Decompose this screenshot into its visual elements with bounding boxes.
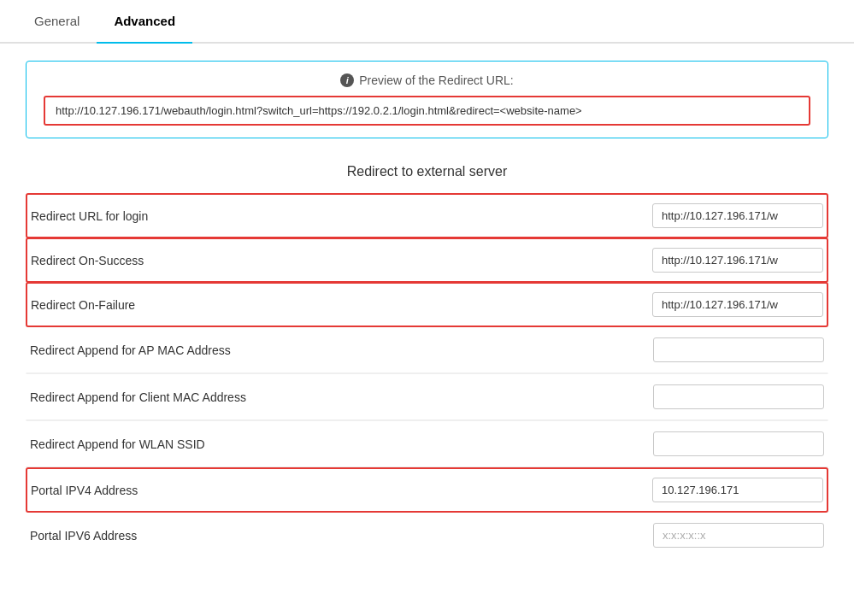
info-icon: i	[340, 73, 354, 87]
field-input-redirect-on-failure[interactable]	[652, 292, 823, 317]
field-input-redirect-append-ap-mac[interactable]	[653, 337, 824, 362]
form-row-redirect-append-wlan-ssid: Redirect Append for WLAN SSID	[26, 420, 828, 467]
field-input-portal-ipv6-address[interactable]	[653, 523, 824, 548]
field-label-portal-ipv6-address: Portal IPV6 Address	[30, 529, 286, 543]
field-label-portal-ipv4-address: Portal IPV4 Address	[31, 484, 287, 497]
form-row-portal-ipv4-address: Portal IPV4 Address	[26, 467, 828, 513]
form-row-redirect-append-ap-mac: Redirect Append for AP MAC Address	[26, 326, 828, 373]
field-input-redirect-append-client-mac[interactable]	[653, 384, 824, 409]
tab-general-label: General	[34, 14, 80, 28]
field-input-portal-ipv4-address[interactable]	[652, 478, 823, 502]
field-label-redirect-append-wlan-ssid: Redirect Append for WLAN SSID	[30, 437, 286, 451]
form-row-redirect-on-failure: Redirect On-Failure	[26, 282, 828, 327]
field-input-redirect-on-success[interactable]	[652, 248, 823, 273]
field-label-redirect-url-login: Redirect URL for login	[31, 209, 287, 223]
preview-url: http://10.127.196.171/webauth/login.html…	[44, 96, 810, 126]
preview-section: i Preview of the Redirect URL: http://10…	[26, 61, 828, 138]
field-label-redirect-on-failure: Redirect On-Failure	[31, 298, 287, 312]
preview-label: i Preview of the Redirect URL:	[44, 73, 810, 87]
form-row-redirect-on-success: Redirect On-Success	[26, 238, 828, 283]
field-label-redirect-append-client-mac: Redirect Append for Client MAC Address	[30, 390, 286, 404]
field-label-redirect-on-success: Redirect On-Success	[31, 254, 287, 267]
preview-label-text: Preview of the Redirect URL:	[359, 73, 514, 87]
tab-general[interactable]: General	[17, 0, 97, 42]
tabs-bar: General Advanced	[0, 0, 854, 44]
form-rows: Redirect URL for loginRedirect On-Succes…	[26, 193, 828, 558]
form-row-portal-ipv6-address: Portal IPV6 Address	[26, 512, 828, 558]
field-label-redirect-append-ap-mac: Redirect Append for AP MAC Address	[30, 343, 286, 357]
tab-advanced[interactable]: Advanced	[97, 0, 192, 42]
tab-advanced-label: Advanced	[114, 14, 175, 28]
section-title: Redirect to external server	[26, 164, 828, 179]
field-input-redirect-append-wlan-ssid[interactable]	[653, 431, 824, 456]
form-row-redirect-append-client-mac: Redirect Append for Client MAC Address	[26, 373, 828, 420]
form-row-redirect-url-login: Redirect URL for login	[26, 193, 828, 238]
main-content: i Preview of the Redirect URL: http://10…	[0, 44, 854, 575]
field-input-redirect-url-login[interactable]	[652, 203, 823, 228]
